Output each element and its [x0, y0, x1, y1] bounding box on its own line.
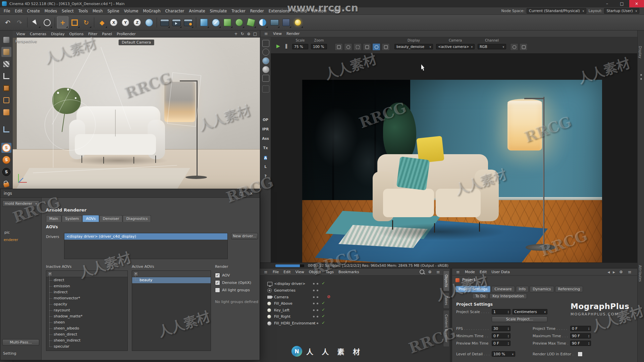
display-dropdown[interactable]: beauty_denoise	[394, 44, 433, 49]
selection-tool-icon[interactable]	[41, 16, 53, 28]
ipr-play-icon[interactable]	[276, 43, 280, 49]
denoise-checkbox-row[interactable]: ✓ Denoise (OptiX)	[215, 280, 251, 285]
menu-window[interactable]: Window	[309, 9, 329, 13]
y-axis-lock-icon[interactable]: Y	[120, 16, 131, 28]
tab-display-vertical[interactable]: Display	[638, 46, 642, 58]
ipr-pause-icon[interactable]	[285, 43, 287, 49]
bulb-tool-icon[interactable]	[262, 49, 269, 56]
redo-icon[interactable]: ↷	[14, 16, 25, 28]
tx-button[interactable]: Tx	[260, 146, 271, 150]
tab-dynamics[interactable]: Dynamics	[530, 286, 554, 292]
clear-search-icon[interactable]	[48, 272, 52, 276]
menu-select[interactable]: Select	[59, 9, 76, 13]
dynamics-icon[interactable]	[245, 16, 257, 28]
aov-item[interactable]: specular	[46, 344, 127, 350]
viewport-canvas[interactable]: Perspective Default Camera	[13, 38, 260, 189]
enabled-check-icon[interactable]: ✓	[322, 314, 325, 318]
driver-list[interactable]: <display driver> (driver_c4d_display)	[64, 233, 228, 259]
attr-menu-edit[interactable]: Edit	[477, 270, 489, 274]
tab-info[interactable]: Info	[516, 286, 529, 292]
aov-item[interactable]: raycount	[46, 307, 127, 313]
edges-mode-icon[interactable]	[1, 95, 11, 105]
scale-dropdown[interactable]: 75 %	[292, 44, 308, 49]
xpresso-icon[interactable]	[280, 16, 292, 28]
enabled-check-icon[interactable]: ✓	[322, 320, 325, 325]
tab-attributes-vertical[interactable]: Attributes	[638, 265, 642, 282]
snap-settings-icon[interactable]	[1, 167, 11, 177]
rv-menu-view[interactable]: View	[271, 32, 284, 36]
model-mode-icon[interactable]	[1, 47, 11, 57]
tab-objects[interactable]: Objects	[443, 270, 449, 291]
visibility-dot[interactable]	[313, 316, 315, 317]
menu-modes[interactable]: Modes	[42, 9, 59, 13]
store-snapshot-icon[interactable]	[510, 43, 518, 51]
camera-capture-icon[interactable]	[520, 43, 528, 51]
preview-min-field[interactable]: 0 F	[492, 341, 511, 346]
tab-main[interactable]: Main	[46, 215, 61, 222]
points-mode-icon[interactable]	[1, 83, 11, 93]
disabled-icon[interactable]: ⊘	[327, 294, 330, 299]
gear-tool-icon[interactable]	[262, 85, 269, 93]
orbit-view-icon[interactable]: ↻	[239, 31, 245, 37]
viewport-menu-panel[interactable]: Panel	[100, 32, 114, 36]
viewport-menu-view[interactable]: View	[14, 32, 28, 36]
globe-tool-icon[interactable]	[262, 57, 269, 64]
menu-help[interactable]: Help	[329, 9, 342, 13]
om-menu-object[interactable]: Object	[307, 270, 323, 274]
render-settings-titlebar[interactable]: ings – □ ×	[0, 189, 260, 198]
rv-menu-render[interactable]: Render	[284, 32, 302, 36]
snap-scene-icon[interactable]	[1, 143, 11, 153]
node-space-dropdown[interactable]: Current (Standard/Physical)	[527, 8, 586, 14]
render-to-picture-viewer-icon[interactable]	[171, 16, 182, 28]
last-tool-icon[interactable]: ◆	[96, 16, 108, 28]
paint-tool-icon[interactable]	[1, 180, 11, 190]
inactive-aovs-list[interactable]: direct emission indirect motionvector* o…	[46, 270, 128, 351]
snapshot-icon[interactable]	[363, 43, 371, 51]
menu-spline[interactable]: Spline	[105, 9, 121, 13]
viewport-menu-prorender[interactable]: ProRender	[114, 32, 138, 36]
attr-options-icon[interactable]	[627, 269, 633, 275]
menu-create[interactable]: Create	[25, 9, 42, 13]
tab-referencing[interactable]: Referencing	[555, 286, 583, 292]
level-of-detail-dropdown[interactable]: 100 %	[492, 351, 515, 357]
aov-item[interactable]: opacity	[46, 301, 127, 307]
object-row-fill-right[interactable]: Fill_Right ✓	[260, 313, 441, 320]
z-axis-lock-icon[interactable]: Z	[131, 16, 143, 28]
enabled-check-icon[interactable]: ✓	[322, 301, 325, 305]
tab-key-interpolation[interactable]: Key Interpolation	[489, 293, 527, 299]
visibility-dot[interactable]	[317, 322, 318, 324]
arnold-button[interactable]: A	[260, 155, 271, 161]
texture-toggle-icon[interactable]	[382, 43, 390, 51]
menu-character[interactable]: Character	[163, 9, 187, 13]
tab-diagnostics[interactable]: Diagnostics	[123, 215, 151, 222]
menu-animate[interactable]: Animate	[186, 9, 207, 13]
om-menu-bookmarks[interactable]: Bookmarks	[336, 270, 361, 274]
visibility-dot[interactable]	[313, 296, 315, 298]
panel-menu-icon[interactable]	[453, 269, 463, 275]
lightgroups-checkbox-row[interactable]: All light groups	[215, 288, 250, 293]
license-button[interactable]: L	[260, 165, 271, 169]
fields-icon[interactable]	[269, 16, 280, 28]
live-selection-icon[interactable]	[30, 16, 41, 28]
light-icon[interactable]	[292, 16, 304, 28]
region-tool-icon[interactable]	[262, 40, 269, 47]
mograph-icon[interactable]	[222, 16, 233, 28]
workplane-icon[interactable]	[1, 71, 11, 81]
add-primitive-icon[interactable]	[198, 16, 210, 28]
enabled-check-icon[interactable]: ✓	[322, 281, 325, 286]
rs-maximize-button[interactable]: □	[236, 189, 246, 197]
minimum-time-field[interactable]: 0 F	[492, 333, 511, 339]
lock-icon[interactable]: ⊕	[618, 269, 624, 275]
render-view-icon[interactable]	[159, 16, 170, 28]
visibility-dot[interactable]	[317, 296, 318, 298]
active-aovs-list[interactable]: beauty	[132, 270, 211, 351]
aov-checkbox[interactable]: ✓	[215, 273, 220, 278]
viewport-menu-cameras[interactable]: Cameras	[28, 32, 49, 36]
visibility-dot[interactable]	[313, 303, 315, 304]
aov-item[interactable]: sheen	[46, 319, 127, 325]
page-tool-icon[interactable]	[262, 75, 269, 82]
aov-item[interactable]: sheen_albedo	[46, 325, 127, 331]
new-driver-button[interactable]: New driver...	[231, 233, 258, 239]
close-button[interactable]: ×	[629, 0, 644, 7]
rs-close-button[interactable]: ×	[246, 189, 256, 197]
